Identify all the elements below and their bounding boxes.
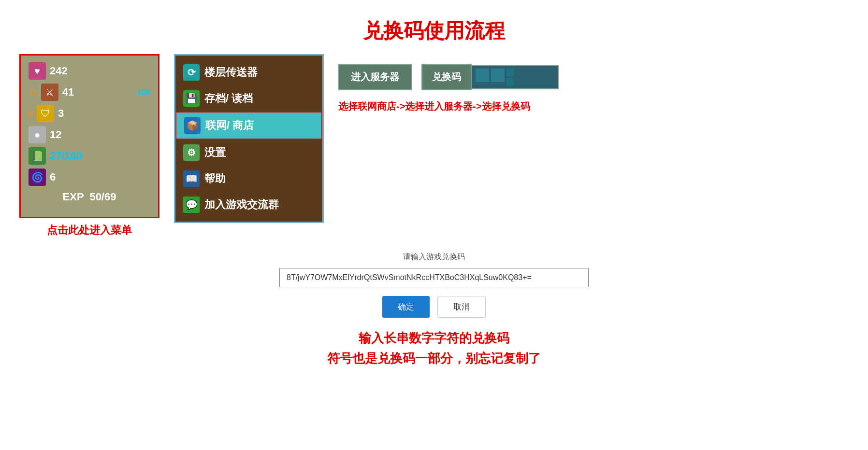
exp-row: EXP 50/69: [29, 191, 150, 203]
teal-decoration: [472, 67, 518, 88]
poison-row: 🌀 6: [29, 169, 150, 186]
server-buttons-row: 进入服务器 兑换码: [338, 64, 849, 90]
menu-label-save: 存档/ 读档: [204, 91, 253, 106]
action-buttons: 确定 取消: [382, 296, 486, 318]
teal-block-2: [491, 69, 505, 82]
bottom-hint-line2: 符号也是兑换码一部分，别忘记复制了: [327, 349, 541, 369]
sword-icon: ⚔: [41, 84, 58, 101]
book-icon: 📗: [29, 147, 46, 165]
help-icon: 📖: [183, 170, 200, 187]
heart-icon: ♥: [29, 62, 46, 80]
right-num: 106: [137, 88, 150, 97]
menu-item-floor[interactable]: ⟳ 楼层传送器: [175, 59, 322, 85]
poison-value: 6: [50, 171, 56, 183]
menu-label-settings: 没置: [204, 145, 226, 160]
middle-section: ⟳ 楼层传送器 💾 存档/ 读档 📦 联网/ 商店 ⚙ 没置 📖 帮助: [174, 54, 324, 223]
main-layout: ♥ 242 75 ⚔ 41 106 0 🛡 3 ● 12: [0, 54, 868, 238]
gem-row: ● 12: [29, 126, 150, 143]
menu-item-online[interactable]: 📦 联网/ 商店: [175, 112, 322, 140]
menu-label-group: 加入游戏交流群: [204, 197, 279, 212]
shield-value: 3: [58, 107, 64, 120]
left-zero: 0: [29, 109, 33, 118]
book-value: 27/160: [50, 150, 82, 162]
menu-item-help[interactable]: 📖 帮助: [175, 166, 322, 192]
nav-hint: 选择联网商店->选择进入服务器->选择兑换码: [338, 100, 849, 113]
poison-icon: 🌀: [29, 169, 46, 186]
teal-block-3: [506, 69, 514, 76]
menu-item-group[interactable]: 💬 加入游戏交流群: [175, 192, 322, 218]
heart-row: ♥ 242: [29, 62, 150, 80]
redeem-area: 兑换码: [421, 64, 559, 90]
save-icon: 💾: [183, 90, 200, 107]
confirm-button[interactable]: 确定: [382, 296, 430, 318]
right-section: 进入服务器 兑换码 选择联网商店->选择进入服务器->选择兑换码: [338, 54, 849, 113]
bottom-section: 请输入游戏兑换码 确定 取消 输入长串数字字符的兑换码 符号也是兑换码一部分，别…: [0, 252, 868, 368]
chat-icon: 💬: [183, 197, 200, 213]
menu-item-save[interactable]: 💾 存档/ 读档: [175, 85, 322, 112]
teal-block-4: [506, 78, 514, 86]
exp-value: 50/69: [89, 191, 116, 203]
bottom-hint-line1: 输入长串数字字符的兑换码: [327, 328, 541, 349]
heart-value: 242: [50, 65, 68, 77]
sword-row: 75 ⚔ 41 106: [29, 84, 150, 101]
book-row: 📗 27/160: [29, 147, 150, 165]
floor-icon: ⟳: [183, 64, 200, 81]
online-icon: 📦: [184, 117, 201, 134]
left-num: 75: [29, 88, 37, 97]
code-input[interactable]: [279, 268, 589, 287]
redeem-display: [472, 65, 559, 89]
bottom-hint: 输入长串数字字符的兑换码 符号也是兑换码一部分，别忘记复制了: [327, 328, 541, 368]
gear-icon: ⚙: [183, 144, 200, 161]
stats-card[interactable]: ♥ 242 75 ⚔ 41 106 0 🛡 3 ● 12: [19, 54, 159, 218]
gem-icon: ●: [29, 126, 46, 143]
sword-value: 41: [62, 86, 74, 98]
stats-card-container: ♥ 242 75 ⚔ 41 106 0 🛡 3 ● 12: [19, 54, 159, 238]
redeem-code-button[interactable]: 兑换码: [421, 64, 472, 90]
shield-icon: 🛡: [37, 105, 54, 122]
game-menu: ⟳ 楼层传送器 💾 存档/ 读档 📦 联网/ 商店 ⚙ 没置 📖 帮助: [174, 54, 324, 223]
menu-label-floor: 楼层传送器: [204, 65, 258, 80]
page-title: 兑换码使用流程: [0, 0, 868, 44]
menu-item-settings[interactable]: ⚙ 没置: [175, 140, 322, 166]
shield-row: 0 🛡 3: [29, 105, 150, 122]
left-label: 点击此处进入菜单: [19, 223, 159, 238]
teal-block-1: [476, 69, 489, 82]
cancel-button[interactable]: 取消: [437, 296, 486, 318]
exp-label: EXP: [63, 191, 84, 203]
gem-value: 12: [50, 128, 61, 141]
menu-label-help: 帮助: [204, 171, 226, 186]
input-label: 请输入游戏兑换码: [403, 252, 465, 262]
menu-label-online: 联网/ 商店: [205, 118, 254, 133]
enter-server-button[interactable]: 进入服务器: [338, 64, 412, 90]
